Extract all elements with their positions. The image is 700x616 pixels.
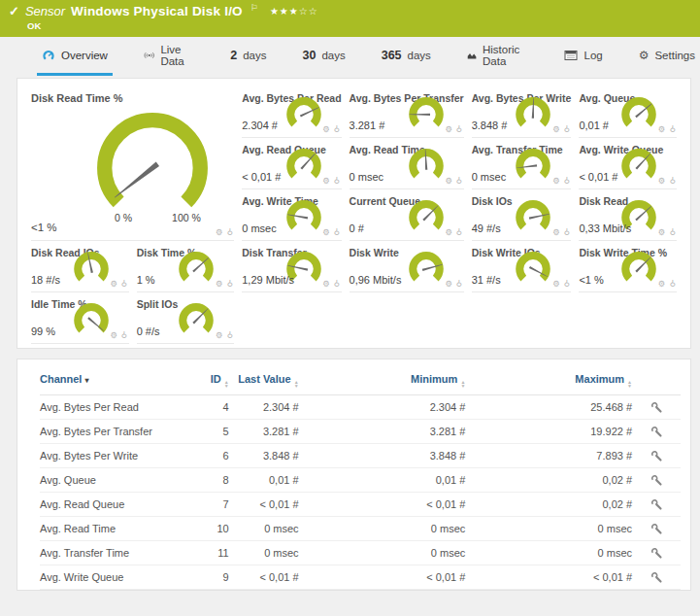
gauge-tile[interactable]: Split IOs 0 #/s ⚙ ⚲ (137, 292, 235, 344)
priority-flag-icon[interactable]: ⚐ (250, 3, 258, 13)
gauge-settings-gear-icon[interactable]: ⚙ (552, 176, 560, 186)
cell-channel[interactable]: Avg. Bytes Per Read (40, 401, 185, 413)
sort-desc-icon[interactable]: ▾ (84, 376, 88, 385)
gauge-tile[interactable]: Disk IOs 49 #/s ⚙ ⚲ (472, 189, 572, 241)
col-header-minimum[interactable]: Minimum▲▼ (299, 373, 466, 387)
gauge-tile[interactable]: Avg. Queue 0,01 # ⚙ ⚲ (579, 86, 677, 138)
gauge-pin-icon[interactable]: ⚲ (670, 227, 676, 237)
gauge-settings-gear-icon[interactable]: ⚙ (322, 124, 330, 134)
sort-icon[interactable]: ▲▼ (224, 380, 229, 388)
cell-channel[interactable]: Avg. Queue (40, 474, 185, 486)
edit-channel-wrench-icon[interactable] (650, 571, 663, 584)
col-header-maximum[interactable]: Maximum▲▼ (465, 373, 632, 387)
gauge-tile[interactable]: Avg. Bytes Per Write 3.848 # ⚙ ⚲ (472, 86, 572, 138)
gauge-pin-icon[interactable]: ⚲ (564, 176, 570, 186)
gauge-settings-gear-icon[interactable]: ⚙ (110, 330, 117, 340)
gauge-tile[interactable]: Avg. Transfer Time 0 msec ⚙ ⚲ (472, 138, 572, 189)
gauge-settings-gear-icon[interactable]: ⚙ (445, 279, 452, 289)
table-row[interactable]: Avg. Queue 8 0,01 # 0,01 # 0,02 # (40, 468, 681, 493)
tab-2-days[interactable]: 2 days (225, 37, 271, 76)
gauge-pin-icon[interactable]: ⚲ (564, 227, 570, 237)
gauge-tile[interactable]: Current Queue 0 # ⚙ ⚲ (350, 189, 464, 241)
sort-icon[interactable]: ▲▼ (627, 380, 632, 388)
gauge-pin-icon[interactable]: ⚲ (334, 124, 340, 134)
gauge-pin-icon[interactable]: ⚲ (334, 227, 340, 237)
gauge-pin-icon[interactable]: ⚲ (456, 227, 462, 237)
gauge-pin-icon[interactable]: ⚲ (456, 124, 462, 134)
gauge-settings-gear-icon[interactable]: ⚙ (445, 176, 452, 186)
gauge-pin-icon[interactable]: ⚲ (227, 330, 233, 340)
gauge-pin-icon[interactable]: ⚲ (227, 279, 233, 289)
gauge-settings-gear-icon[interactable]: ⚙ (216, 227, 223, 237)
tab-30-days[interactable]: 30 days (298, 37, 350, 76)
gauge-settings-gear-icon[interactable]: ⚙ (216, 330, 223, 340)
gauge-pin-icon[interactable]: ⚲ (227, 227, 233, 237)
cell-channel[interactable]: Avg. Read Time (40, 523, 185, 534)
gauge-tile[interactable]: Disk Write Time % <1 % ⚙ ⚲ (579, 241, 677, 292)
gauge-pin-icon[interactable]: ⚲ (670, 124, 676, 134)
gauge-tile[interactable]: Disk Write 0,96 Mbit/s ⚙ ⚲ (350, 241, 464, 292)
table-row[interactable]: Avg. Bytes Per Read 4 2.304 # 2.304 # 25… (40, 395, 681, 420)
col-header-last-value[interactable]: Last Value▲▼ (229, 373, 299, 387)
gauge-settings-gear-icon[interactable]: ⚙ (552, 124, 560, 134)
gauge-pin-icon[interactable]: ⚲ (564, 279, 570, 289)
gauge-tile[interactable]: Disk Transfer 1,29 Mbit/s ⚙ ⚲ (242, 241, 341, 292)
gauge-tile[interactable]: Disk Write IOs 31 #/s ⚙ ⚲ (472, 241, 572, 292)
gauge-tile[interactable]: Disk Time % 1 % ⚙ ⚲ (137, 241, 235, 292)
edit-channel-wrench-icon[interactable] (650, 401, 663, 414)
gauge-settings-gear-icon[interactable]: ⚙ (658, 279, 666, 289)
edit-channel-wrench-icon[interactable] (650, 426, 663, 438)
tab-live-data[interactable]: Live Data (139, 37, 199, 76)
tab-settings[interactable]: ⚙ Settings (634, 37, 700, 76)
gauge-tile[interactable]: Avg. Bytes Per Transfer 3.281 # ⚙ ⚲ (350, 86, 464, 138)
tab-historic-data[interactable]: Historic Data (462, 37, 534, 76)
gauge-tile[interactable]: Avg. Read Time 0 msec ⚙ ⚲ (350, 138, 464, 189)
table-row[interactable]: Avg. Read Time 10 0 msec 0 msec 0 msec (40, 517, 681, 541)
gauge-settings-gear-icon[interactable]: ⚙ (110, 279, 117, 289)
gauge-pin-icon[interactable]: ⚲ (334, 176, 340, 186)
edit-channel-wrench-icon[interactable] (650, 498, 663, 511)
col-header-channel[interactable]: Channel▾ (40, 373, 185, 385)
sort-icon[interactable]: ▲▼ (294, 380, 299, 388)
gauge-pin-icon[interactable]: ⚲ (670, 176, 676, 186)
cell-channel[interactable]: Avg. Transfer Time (40, 547, 185, 559)
gauge-pin-icon[interactable]: ⚲ (456, 176, 462, 186)
gauge-pin-icon[interactable]: ⚲ (121, 279, 127, 289)
gauge-settings-gear-icon[interactable]: ⚙ (552, 279, 560, 289)
gauge-settings-gear-icon[interactable]: ⚙ (658, 227, 666, 237)
gauge-settings-gear-icon[interactable]: ⚙ (658, 176, 666, 186)
gauge-tile[interactable]: Avg. Read Queue < 0,01 # ⚙ ⚲ (242, 138, 341, 189)
edit-channel-wrench-icon[interactable] (650, 523, 663, 535)
gauge-pin-icon[interactable]: ⚲ (334, 279, 340, 289)
gauge-settings-gear-icon[interactable]: ⚙ (216, 279, 223, 289)
gauge-tile[interactable]: Avg. Write Queue < 0,01 # ⚙ ⚲ (579, 138, 677, 189)
sort-icon[interactable]: ▲▼ (460, 380, 465, 388)
gauge-pin-icon[interactable]: ⚲ (564, 124, 570, 134)
table-row[interactable]: Avg. Read Queue 7 < 0,01 # < 0,01 # 0,02… (40, 493, 681, 517)
table-row[interactable]: Avg. Transfer Time 11 0 msec 0 msec 0 ms… (40, 541, 681, 565)
gauge-settings-gear-icon[interactable]: ⚙ (658, 124, 666, 134)
col-header-id[interactable]: ID▲▼ (185, 373, 229, 387)
table-row[interactable]: Avg. Bytes Per Transfer 5 3.281 # 3.281 … (40, 420, 681, 444)
cell-channel[interactable]: Avg. Write Queue (40, 571, 185, 583)
gauge-settings-gear-icon[interactable]: ⚙ (322, 227, 330, 237)
gauge-tile[interactable]: Disk Read IOs 18 #/s ⚙ ⚲ (31, 241, 129, 292)
cell-channel[interactable]: Avg. Bytes Per Transfer (40, 426, 185, 437)
gauge-settings-gear-icon[interactable]: ⚙ (445, 227, 452, 237)
gauge-settings-gear-icon[interactable]: ⚙ (552, 227, 560, 237)
tab-overview[interactable]: Overview (37, 37, 113, 76)
tab-365-days[interactable]: 365 days (377, 37, 436, 76)
gauge-tile[interactable]: Disk Read 0,33 Mbit/s ⚙ ⚲ (579, 189, 677, 241)
gauge-settings-gear-icon[interactable]: ⚙ (445, 124, 452, 134)
gauge-tile[interactable]: Avg. Write Time 0 msec ⚙ ⚲ (242, 189, 341, 241)
gauge-tile[interactable]: Idle Time % 99 % ⚙ ⚲ (31, 292, 129, 344)
main-gauge-tile[interactable]: Disk Read Time % 0 % 100 % <1 % ⚙ ⚲ (31, 86, 234, 241)
cell-channel[interactable]: Avg. Read Queue (40, 498, 185, 510)
priority-stars[interactable]: ★★★☆☆ (270, 6, 318, 17)
tab-log[interactable]: Log (559, 37, 607, 76)
gauge-settings-gear-icon[interactable]: ⚙ (322, 279, 330, 289)
edit-channel-wrench-icon[interactable] (650, 547, 663, 560)
edit-channel-wrench-icon[interactable] (650, 474, 663, 487)
gauge-settings-gear-icon[interactable]: ⚙ (322, 176, 330, 186)
gauge-pin-icon[interactable]: ⚲ (456, 279, 462, 289)
